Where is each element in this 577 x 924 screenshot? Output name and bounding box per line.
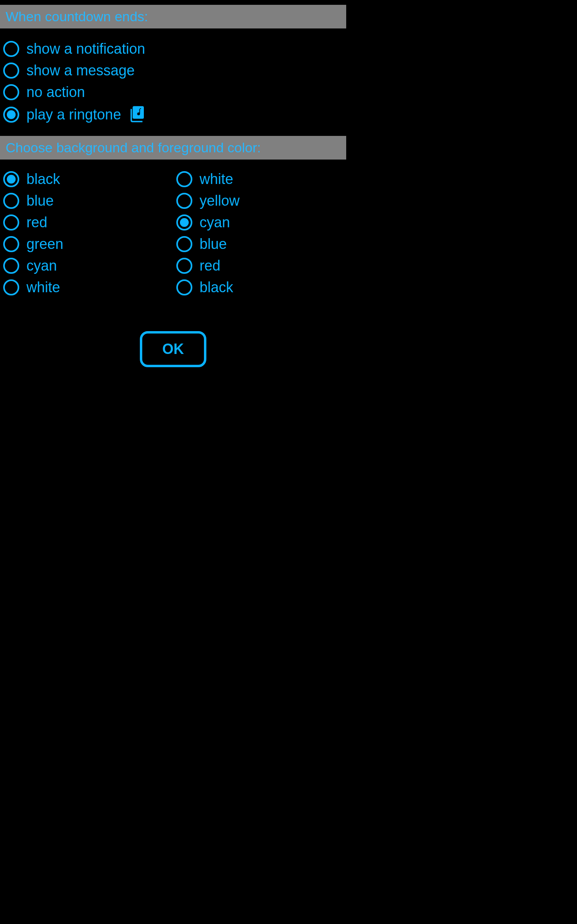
radio-button-bg-white[interactable] (3, 279, 19, 295)
radio-button-fg-cyan[interactable] (176, 214, 192, 230)
section-header-colors: Choose background and foreground color: (0, 136, 346, 160)
radio-button-message[interactable] (3, 63, 19, 79)
radio-bg-red[interactable]: red (0, 212, 173, 233)
radio-fg-cyan[interactable]: cyan (173, 212, 346, 233)
radio-label-no-action: no action (26, 84, 85, 101)
radio-button-fg-red[interactable] (176, 258, 192, 274)
radio-bg-cyan[interactable]: cyan (0, 255, 173, 277)
radio-bg-blue[interactable]: blue (0, 190, 173, 212)
radio-button-no-action[interactable] (3, 84, 19, 100)
background-color-column: black blue red green cyan white (0, 168, 173, 298)
radio-bg-black[interactable]: black (0, 168, 173, 190)
radio-button-bg-green[interactable] (3, 236, 19, 252)
settings-container: When countdown ends: show a notification… (0, 5, 346, 554)
radio-button-notification[interactable] (3, 41, 19, 57)
section-title-colors: Choose background and foreground color: (6, 140, 261, 155)
radio-button-fg-white[interactable] (176, 171, 192, 187)
radio-label-bg-cyan: cyan (26, 257, 57, 274)
radio-label-bg-green: green (26, 236, 63, 253)
radio-play-ringtone[interactable]: play a ringtone (0, 103, 346, 126)
radio-label-bg-white: white (26, 279, 60, 296)
radio-label-fg-black: black (200, 279, 233, 296)
radio-button-bg-blue[interactable] (3, 193, 19, 209)
radio-label-fg-cyan: cyan (200, 214, 230, 231)
radio-button-bg-red[interactable] (3, 214, 19, 230)
radio-show-notification[interactable]: show a notification (0, 38, 346, 60)
section-title-countdown: When countdown ends: (6, 9, 148, 24)
radio-label-fg-red: red (200, 257, 220, 274)
radio-bg-green[interactable]: green (0, 233, 173, 255)
music-library-icon[interactable] (130, 105, 147, 124)
radio-label-bg-red: red (26, 214, 47, 231)
svg-rect-0 (133, 106, 144, 119)
radio-label-notification: show a notification (26, 40, 145, 57)
radio-fg-blue[interactable]: blue (173, 233, 346, 255)
section-header-countdown: When countdown ends: (0, 5, 346, 28)
radio-no-action[interactable]: no action (0, 81, 346, 103)
radio-button-bg-black[interactable] (3, 171, 19, 187)
radio-bg-white[interactable]: white (0, 277, 173, 298)
radio-fg-yellow[interactable]: yellow (173, 190, 346, 212)
radio-fg-black[interactable]: black (173, 277, 346, 298)
radio-button-fg-blue[interactable] (176, 236, 192, 252)
radio-label-fg-blue: blue (200, 236, 227, 253)
radio-label-ringtone: play a ringtone (26, 106, 121, 123)
radio-label-message: show a message (26, 62, 135, 79)
countdown-options: show a notification show a message no ac… (0, 28, 346, 136)
color-columns: black blue red green cyan white (0, 160, 346, 307)
radio-button-ringtone[interactable] (3, 107, 19, 123)
radio-label-fg-white: white (200, 171, 233, 188)
foreground-color-column: white yellow cyan blue red black (173, 168, 346, 298)
radio-label-bg-blue: blue (26, 192, 54, 209)
radio-button-fg-black[interactable] (176, 279, 192, 295)
ok-button[interactable]: OK (140, 331, 206, 367)
radio-button-fg-yellow[interactable] (176, 193, 192, 209)
radio-fg-red[interactable]: red (173, 255, 346, 277)
radio-label-bg-black: black (26, 171, 60, 188)
radio-label-fg-yellow: yellow (200, 192, 240, 209)
radio-button-bg-cyan[interactable] (3, 258, 19, 274)
radio-fg-white[interactable]: white (173, 168, 346, 190)
radio-show-message[interactable]: show a message (0, 60, 346, 81)
